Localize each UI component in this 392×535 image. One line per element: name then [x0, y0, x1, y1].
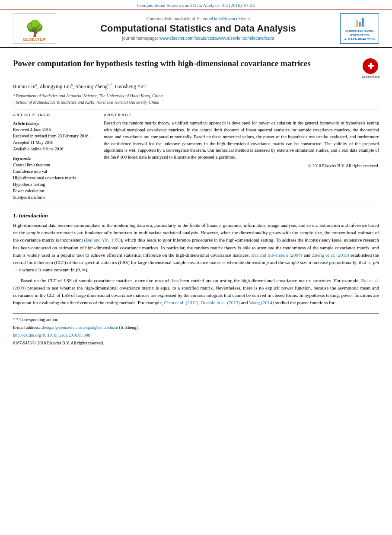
ref-chen-2012[interactable]: Chen et al. (2012) [164, 300, 198, 305]
corresponding-label: * Corresponding author. [16, 317, 58, 322]
email-name: (S. Zheng). [119, 325, 139, 330]
author-shurong: Shurong Zheng [76, 83, 108, 89]
crossmark-area: ✚ CrossMark [362, 58, 379, 79]
keyword-1: Central limit theorem [13, 162, 95, 168]
journal-title: Computational Statistics and Data Analys… [61, 23, 336, 34]
elsevier-brand: ELSEVIER [23, 37, 46, 41]
corresponding-author: * * Corresponding author. [13, 316, 379, 323]
affil-a-sup2: a [145, 83, 147, 87]
affil-b-sup1: b [71, 83, 73, 87]
email-label: E-mail address: [13, 325, 40, 330]
keyword-6: Stieltjes transform [13, 194, 95, 201]
affiliation-b: ᵇ School of Mathematics & Statistics and… [13, 99, 379, 105]
authors-line: Ruitao Lina, Zhongying Liub, Shurong Zhe… [13, 83, 379, 90]
journal-header: Computational Statistics and Data Analys… [0, 0, 392, 10]
accepted-date: Accepted 11 May 2016 [13, 140, 95, 146]
keyword-4: Hypothesis testing [13, 181, 95, 188]
author-ruitao: Ruitao Lin [13, 83, 35, 89]
conjunction-and: and [241, 300, 248, 305]
keyword-5: Power calculation [13, 188, 95, 194]
section1-body: High-dimensional data become commonplace… [13, 222, 379, 306]
article-info-column: ARTICLE INFO Article history: Received 4… [13, 113, 95, 201]
info-divider-2 [13, 154, 95, 154]
affiliations: ᵃ Department of Statistics and Actuarial… [13, 92, 379, 105]
divider-2 [13, 206, 379, 206]
online-date: Available online 6 June 2016 [13, 146, 95, 152]
abstract-title: ABSTRACT [104, 113, 379, 117]
ref-wang-2014[interactable]: Wang (2014) [249, 300, 274, 305]
doi-line: http://dx.doi.org/10.1016/j.csda.2016.05… [13, 332, 379, 338]
elsevier-logo: 🌳 ELSEVIER [13, 13, 56, 44]
info-divider-1 [13, 119, 95, 119]
abstract-text: Based on the random matrix theory, a uni… [104, 120, 379, 161]
paper-title-row: Power computation for hypothesis testing… [13, 58, 379, 79]
abstract-paragraph: Based on the random matrix theory, a uni… [104, 120, 379, 161]
header-center: Contents lists available at ScienceDirec… [61, 16, 336, 41]
received-date: Received 4 June 2015 [13, 127, 95, 133]
email-line: E-mail address: zhengar@nenu.edu.cnzheng… [13, 324, 379, 331]
ref-zheng-2015[interactable]: Zheng et al. (2015) [312, 252, 349, 258]
sciencedirect-line: Contents lists available at ScienceDirec… [61, 16, 336, 21]
keyword-3: High-dimensional covariance matrix [13, 175, 95, 181]
journal-citation: Computational Statistics and Data Analys… [137, 3, 255, 8]
sciencedirect-link[interactable]: ScienceDirect [197, 16, 223, 21]
abstract-column: ABSTRACT Based on the random matrix theo… [104, 113, 379, 201]
ref-bai-2009[interactable]: Bai et al. (2009) [13, 278, 379, 290]
homepage-line: journal homepage: www.elsevier.com/locat… [61, 36, 336, 41]
section1-paragraph2: Based on the CLT of LSS of sample covari… [13, 277, 379, 306]
section1-paragraph1: High-dimensional data become commonplace… [13, 222, 379, 273]
ref-bai-silverstein-2004[interactable]: Bai and Silverstein (2004) [251, 252, 302, 258]
history-title: Article history: [13, 121, 95, 126]
article-body-columns: ARTICLE INFO Article history: Received 4… [13, 113, 379, 201]
crossmark-icon[interactable]: ✚ [363, 58, 378, 74]
sciencedirect-link-text[interactable]: ScienceDirect [223, 16, 250, 21]
publisher-header: 🌳 ELSEVIER Contents lists available at S… [0, 10, 392, 48]
paper-title: Power computation for hypothesis testing… [13, 58, 362, 69]
homepage-link[interactable]: www.elsevier.com/locate/csda [159, 36, 217, 41]
issn-line: 0167-9473/© 2016 Elsevier B.V. All right… [13, 340, 379, 346]
homepage-label: journal homepage: [122, 36, 158, 41]
journal-logo-title: COMPUTATIONALSTATISTICS& DATA ANALYSIS [342, 29, 377, 41]
journal-logo-icon: 📊 [342, 16, 377, 28]
affiliation-a: ᵃ Department of Statistics and Actuarial… [13, 92, 379, 99]
contents-label: Contents lists available at [147, 16, 195, 21]
doi-link[interactable]: http://dx.doi.org/10.1016/j.csda.2016.05… [13, 333, 90, 338]
email-address[interactable]: zhengar@nenu.edu.cn [41, 325, 80, 330]
author-zhongying: Zhongying Liu [40, 83, 71, 89]
crossmark-label: CrossMark [362, 75, 379, 79]
journal-logo-box: 📊 COMPUTATIONALSTATISTICS& DATA ANALYSIS [340, 13, 379, 43]
author-guosheng: Guosheng Yin [115, 83, 145, 89]
keyword-2: Confidence interval [13, 168, 95, 175]
corresponding-star: * [13, 317, 15, 322]
copyright-notice: © 2016 Elsevier B.V. All rights reserved… [104, 163, 379, 168]
keywords-title: Keywords: [13, 156, 95, 161]
main-content: Power computation for hypothesis testing… [0, 48, 392, 346]
revised-date: Received in revised form 23 February 201… [13, 133, 95, 139]
tree-icon: 🌳 [25, 21, 45, 36]
section1-heading: 1. Introduction [13, 212, 379, 219]
affil-a-sup1: a [35, 83, 37, 87]
article-info-title: ARTICLE INFO [13, 113, 95, 117]
footnote-section: * * Corresponding author. E-mail address… [13, 313, 379, 346]
divider-1 [13, 109, 379, 109]
ref-bai-yin-1993[interactable]: Bai and Yin, 1993 [86, 237, 120, 242]
affil-b-sup2: b,* [108, 83, 112, 87]
ref-onatski-2013[interactable]: Onatski et al. (2013) [201, 300, 240, 305]
